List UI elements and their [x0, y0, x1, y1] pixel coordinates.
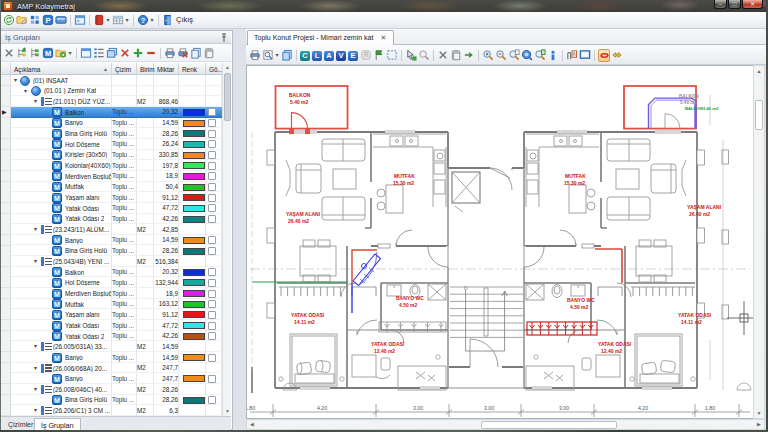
- svg-text:1.80: 1.80: [705, 405, 715, 411]
- svg-text:YATAK ODASI: YATAK ODASI: [598, 341, 632, 347]
- svg-text:YATAK ODASI: YATAK ODASI: [678, 312, 712, 318]
- svg-text:YATAK ODASI: YATAK ODASI: [371, 341, 405, 347]
- svg-text:4.20: 4.20: [638, 405, 648, 411]
- svg-text:BANYO WC: BANYO WC: [396, 295, 424, 301]
- svg-text:?: ?: [140, 16, 145, 25]
- svg-text:4.20: 4.20: [317, 405, 327, 411]
- svg-text:BALKON: BALKON: [685, 106, 703, 111]
- svg-text:h: h: [573, 52, 576, 57]
- svg-text:BALKON: BALKON: [679, 94, 699, 99]
- svg-text:MUTFAK: MUTFAK: [394, 173, 415, 179]
- svg-text:3.00: 3.00: [559, 405, 569, 411]
- svg-text:15.30 m2: 15.30 m2: [393, 180, 414, 186]
- svg-text:BALKON: BALKON: [289, 92, 311, 98]
- svg-text:26.40 m2: 26.40 m2: [288, 218, 309, 224]
- svg-text:3.00: 3.00: [413, 405, 423, 411]
- svg-text:12.40 m2: 12.40 m2: [601, 348, 622, 354]
- svg-text:YATAK ODASI: YATAK ODASI: [291, 312, 325, 318]
- svg-text:26.40 m2: 26.40 m2: [689, 211, 710, 217]
- svg-text:14.11 m2: 14.11 m2: [294, 319, 315, 325]
- svg-text:5.40 m2: 5.40 m2: [290, 99, 309, 105]
- svg-text:5.40 m2: 5.40 m2: [680, 100, 697, 105]
- svg-text:1.80: 1.80: [247, 405, 255, 411]
- svg-text:4.50 m2: 4.50 m2: [570, 304, 589, 310]
- svg-text:3.40 m2: 3.40 m2: [703, 106, 719, 111]
- svg-text:BANYO WC: BANYO WC: [567, 297, 595, 303]
- svg-text:P: P: [45, 16, 50, 25]
- svg-text:MUTFAK: MUTFAK: [565, 173, 586, 179]
- svg-text:14.11 m2: 14.11 m2: [681, 319, 702, 325]
- svg-text:12.40 m2: 12.40 m2: [374, 348, 395, 354]
- svg-text:R: R: [363, 51, 368, 58]
- svg-text:4.50 m2: 4.50 m2: [399, 302, 418, 308]
- svg-text:15.30 m2: 15.30 m2: [564, 180, 585, 186]
- svg-text:M: M: [44, 49, 50, 58]
- svg-text:YAŞAM ALANI: YAŞAM ALANI: [286, 211, 321, 217]
- svg-text:3.00: 3.00: [484, 405, 494, 411]
- svg-text:YAŞAM ALANI: YAŞAM ALANI: [687, 204, 722, 210]
